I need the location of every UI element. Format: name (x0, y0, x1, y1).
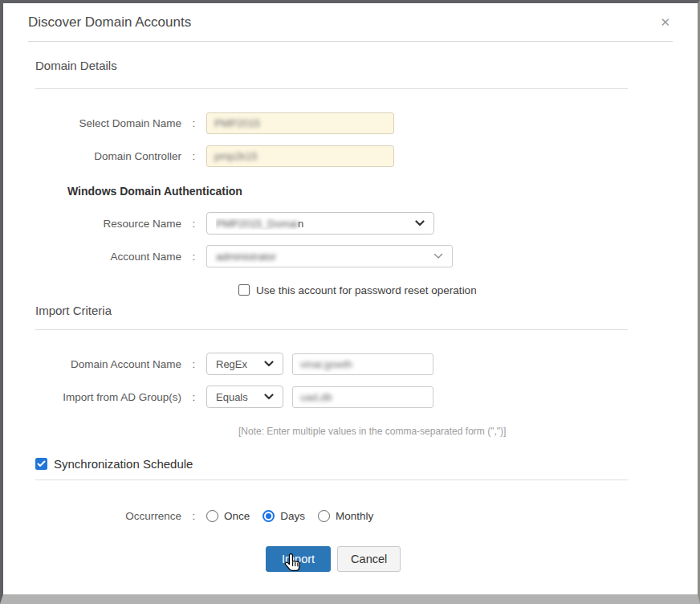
radio-monthly[interactable] (318, 510, 330, 522)
operator-value: RegEx (216, 358, 247, 370)
row-domain-account-name: Domain Account Name : RegEx vinai;gowth (3, 353, 698, 375)
discover-domain-accounts-dialog: Discover Domain Accounts ✕ Domain Detail… (0, 0, 700, 604)
domain-controller-input[interactable]: pmp2k15 (206, 145, 394, 167)
domain-account-name-operator-select[interactable]: RegEx (206, 353, 283, 375)
colon: : (181, 117, 206, 129)
row-domain-controller: Domain Controller : pmp2k15 (3, 145, 698, 167)
redacted-value: administrator (216, 251, 276, 263)
import-from-ad-groups-input[interactable]: uad,db (292, 386, 433, 408)
import-from-ad-groups-operator-select[interactable]: Equals (206, 386, 283, 408)
row-password-reset-option: Use this account for password reset oper… (238, 283, 698, 297)
chevron-down-icon (264, 394, 274, 400)
radio-monthly-label: Monthly (336, 510, 373, 522)
row-select-domain-name: Select Domain Name : PMP2015 (3, 112, 698, 134)
resource-name-select[interactable]: PMP2015_Domain (206, 212, 434, 235)
chevron-down-icon (433, 253, 443, 259)
domain-account-name-label: Domain Account Name (3, 358, 181, 370)
resource-name-value: PMP2015_Domain (216, 218, 303, 230)
import-from-ad-groups-fields: Equals uad,db (206, 386, 698, 408)
select-domain-name-label: Select Domain Name (3, 117, 181, 129)
visible-value-tail: n (298, 218, 303, 230)
resource-name-label: Resource Name (3, 218, 181, 230)
row-synchronization-schedule: Synchronization Schedule (35, 456, 698, 471)
header-divider (28, 41, 673, 42)
colon: : (181, 358, 206, 370)
colon: : (181, 218, 206, 230)
section-title-domain-details: Domain Details (35, 59, 698, 75)
account-name-label: Account Name (3, 251, 181, 263)
redacted-value: uad,db (300, 391, 332, 403)
row-import-from-ad-groups: Import from AD Group(s) : Equals uad,db (3, 386, 698, 408)
colon: : (181, 510, 206, 522)
section-divider (35, 480, 628, 480)
redacted-value: vinai;gowth (300, 358, 352, 370)
cancel-button[interactable]: Cancel (337, 546, 401, 572)
close-icon[interactable]: ✕ (660, 16, 670, 28)
domain-account-name-input[interactable]: vinai;gowth (292, 353, 433, 375)
chevron-down-icon (264, 361, 274, 367)
import-button[interactable]: Import (266, 546, 331, 572)
import-from-ad-groups-label: Import from AD Group(s) (3, 391, 181, 403)
radio-days[interactable] (262, 510, 275, 522)
radio-days-label: Days (280, 510, 305, 522)
dialog-actions: Import Cancel (266, 546, 698, 572)
radio-once-label: Once (224, 510, 250, 522)
select-domain-name-input[interactable]: PMP2015 (206, 112, 394, 134)
comma-separated-note: [Note: Enter multiple values in the comm… (238, 426, 698, 438)
dialog-title: Discover Domain Accounts (28, 14, 191, 31)
account-name-select[interactable]: administrator (206, 245, 453, 267)
section-title-import-criteria: Import Criteria (35, 304, 698, 320)
redacted-value: PMP2015 (214, 117, 260, 129)
section-divider (35, 88, 628, 89)
redacted-value: pmp2k15 (214, 150, 257, 162)
password-reset-checkbox[interactable] (238, 284, 250, 296)
occurrence-options: Once Days Monthly (206, 510, 698, 522)
check-icon (37, 460, 46, 467)
redacted-value: PMP2015_Domai (216, 218, 298, 230)
radio-once[interactable] (206, 510, 218, 522)
chevron-down-icon (415, 220, 425, 226)
colon: : (181, 150, 206, 162)
row-occurrence: Occurrence : Once Days Monthly (3, 508, 698, 523)
row-resource-name: Resource Name : PMP2015_Domain (3, 212, 698, 235)
domain-account-name-fields: RegEx vinai;gowth (206, 353, 698, 375)
operator-value: Equals (216, 391, 248, 403)
section-divider (35, 329, 628, 330)
occurrence-label: Occurrence (3, 510, 181, 522)
password-reset-checkbox-label: Use this account for password reset oper… (256, 284, 476, 296)
domain-controller-label: Domain Controller (3, 150, 181, 162)
synchronization-schedule-checkbox[interactable] (35, 458, 47, 470)
dialog-header: Discover Domain Accounts ✕ (3, 3, 698, 41)
row-account-name: Account Name : administrator (3, 245, 698, 267)
colon: : (181, 251, 206, 263)
colon: : (181, 391, 206, 403)
synchronization-schedule-label: Synchronization Schedule (54, 457, 193, 471)
windows-domain-authentication-title: Windows Domain Authentication (67, 185, 698, 200)
